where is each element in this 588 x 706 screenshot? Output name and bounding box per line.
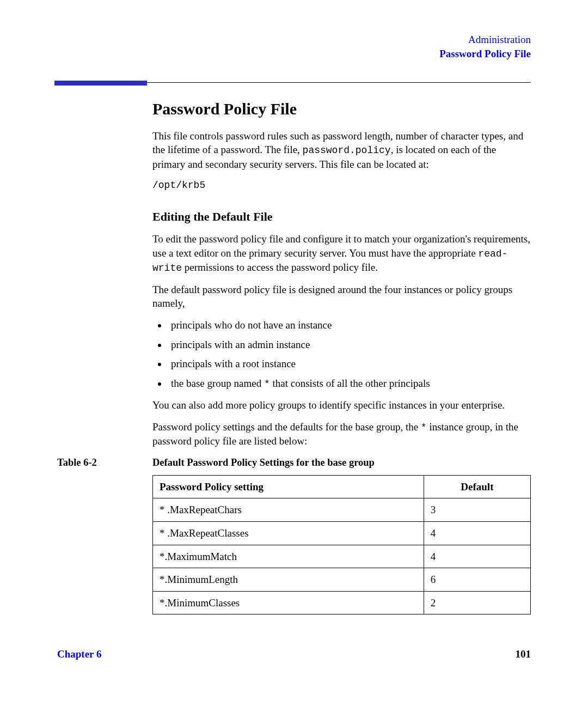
th-setting: Password Policy setting <box>153 475 424 498</box>
table-header-row: Password Policy setting Default <box>153 475 531 498</box>
policy-groups-list: principals who do not have an instance p… <box>152 318 531 391</box>
table-caption-row: Table 6-2 Default Password Policy Settin… <box>57 456 531 470</box>
cell-default: 4 <box>424 521 530 545</box>
edit-paragraph-3: You can also add more policy groups to i… <box>152 398 531 412</box>
cell-setting: *.MaximumMatch <box>153 545 424 568</box>
rule-accent <box>54 81 147 86</box>
list-item: principals with a root instance <box>168 357 531 371</box>
table-row: *.MinimumClasses 2 <box>153 591 531 614</box>
p4-a: Password policy settings and the default… <box>152 421 421 433</box>
cell-default: 4 <box>424 545 530 568</box>
edit-p1-a: To edit the password policy file and con… <box>152 233 530 259</box>
cell-setting: * .MaxRepeatClasses <box>153 521 424 545</box>
cell-default: 3 <box>424 498 530 522</box>
page-footer: Chapter 6 101 <box>57 647 531 661</box>
cell-default: 2 <box>424 591 530 614</box>
list-item: the base group named * that consists of … <box>168 376 531 391</box>
cell-setting: *.MinimumClasses <box>153 591 424 614</box>
page-header: Administration Password Policy File <box>57 33 531 60</box>
list-item: principals with an admin instance <box>168 338 531 352</box>
cell-setting: *.MinimumLength <box>153 568 424 592</box>
b4-b: that consists of all the other principal… <box>270 378 430 389</box>
p4-code: * <box>421 422 427 433</box>
intro-paragraph: This file controls password rules such a… <box>152 129 531 172</box>
edit-p1-b: permissions to access the password polic… <box>182 261 378 273</box>
edit-paragraph-1: To edit the password policy file and con… <box>152 232 531 275</box>
list-item: principals who do not have an instance <box>168 318 531 332</box>
table-caption: Default Password Policy Settings for the… <box>152 456 375 470</box>
b4-code: * <box>264 379 270 389</box>
cell-setting: * .MaxRepeatChars <box>153 498 424 522</box>
policy-table: Password Policy setting Default * .MaxRe… <box>152 475 531 615</box>
header-rule <box>57 82 531 83</box>
table-number: Table 6-2 <box>57 456 152 470</box>
section-editing-title: Editing the Default File <box>152 209 531 225</box>
header-admin: Administration <box>57 33 531 47</box>
page-title: Password Policy File <box>152 98 531 120</box>
intro-code: password.policy <box>303 145 391 156</box>
b4-a: the base group named <box>171 378 264 389</box>
edit-paragraph-2: The default password policy file is desi… <box>152 283 531 311</box>
cell-default: 6 <box>424 568 530 592</box>
header-subtitle: Password Policy File <box>57 47 531 61</box>
path-line: /opt/krb5 <box>152 179 531 192</box>
table-row: *.MaximumMatch 4 <box>153 545 531 568</box>
footer-chapter: Chapter 6 <box>57 647 101 661</box>
th-default: Default <box>424 475 530 498</box>
edit-paragraph-4: Password policy settings and the default… <box>152 420 531 448</box>
footer-page-number: 101 <box>516 647 531 661</box>
main-content: Password Policy File This file controls … <box>152 98 531 614</box>
table-row: * .MaxRepeatChars 3 <box>153 498 531 522</box>
table-row: *.MinimumLength 6 <box>153 568 531 592</box>
table-row: * .MaxRepeatClasses 4 <box>153 521 531 545</box>
